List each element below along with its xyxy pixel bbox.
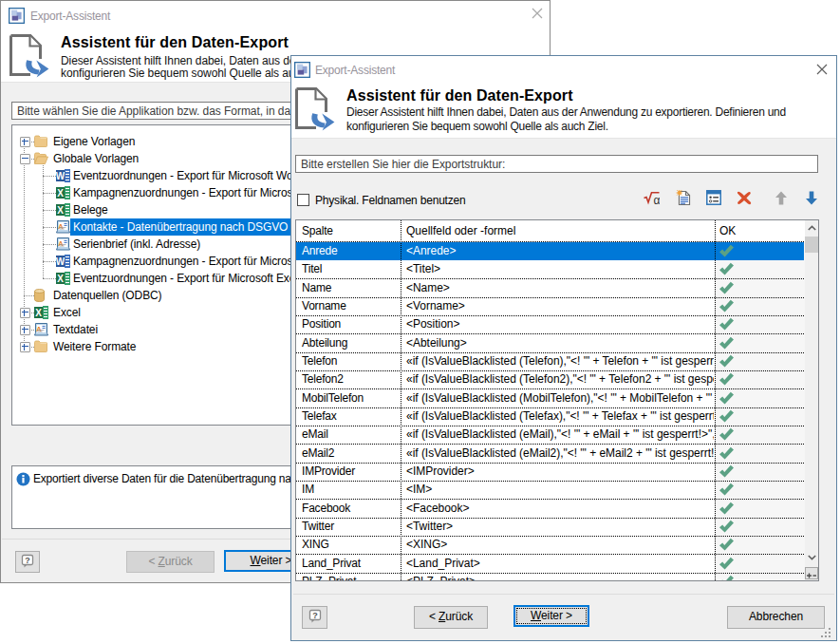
svg-text:X: X (35, 308, 42, 318)
svg-text:α: α (654, 194, 660, 205)
svg-text:W: W (56, 256, 65, 267)
svg-text:?: ? (312, 611, 317, 620)
svg-text:X: X (57, 205, 64, 216)
svg-text:X: X (57, 274, 64, 284)
svg-text:?: ? (25, 556, 29, 565)
svg-text:W: W (56, 171, 65, 181)
svg-text:X: X (57, 188, 64, 199)
